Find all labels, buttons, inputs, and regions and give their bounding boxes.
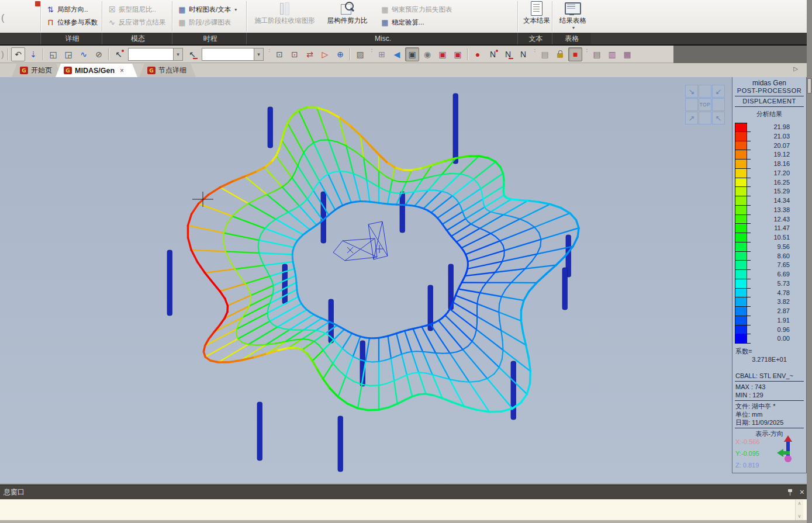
- view-right-icon[interactable]: [712, 98, 725, 111]
- select-polyline-icon[interactable]: ∿: [77, 47, 91, 61]
- capture-window-icon[interactable]: ▥: [605, 47, 619, 61]
- zoom-fit-icon[interactable]: ⊞: [375, 47, 389, 61]
- tab-close-icon[interactable]: ×: [120, 67, 124, 75]
- close-icon[interactable]: ×: [800, 487, 804, 497]
- toolbar-group-grip[interactable]: ⋮: [532, 48, 536, 61]
- column-member[interactable]: [282, 264, 288, 304]
- message-scrollbar[interactable]: ∧ ∨: [795, 500, 803, 520]
- ribbon-group-label-2[interactable]: 时程: [173, 33, 247, 44]
- ribbon-bigbutton-层构件剪力比[interactable]: 层构件剪力比: [312, 0, 382, 32]
- toolbar-separator: [467, 49, 468, 60]
- ribbon-group-label-3[interactable]: Misc.: [247, 33, 519, 44]
- tab-节点详细[interactable]: G节点详细: [139, 64, 196, 77]
- shrink-toggle-icon[interactable]: ▣: [405, 47, 419, 61]
- view-corner-tl-icon[interactable]: ↘: [685, 85, 698, 98]
- node-number-icon[interactable]: N: [486, 47, 500, 61]
- view-top-icon[interactable]: [699, 85, 711, 98]
- column-member[interactable]: [453, 93, 458, 164]
- column-member[interactable]: [268, 107, 273, 148]
- scroll-down-icon[interactable]: ∨: [798, 514, 801, 519]
- anchor-icon[interactable]: ⊕: [333, 47, 347, 61]
- displacement-model-3d[interactable]: [0, 77, 807, 484]
- text-capture-icon[interactable]: ▦: [620, 47, 634, 61]
- message-window-title: 息窗口: [4, 487, 25, 497]
- scroll-up-icon[interactable]: ∧: [798, 501, 801, 506]
- edge-scroll-thumb[interactable]: [807, 78, 811, 93]
- spectrum-node-icon: ∿: [108, 18, 116, 27]
- element-box-icon[interactable]: ⊡: [288, 47, 302, 61]
- view-cone-icon[interactable]: ◀: [390, 47, 404, 61]
- column-member[interactable]: [511, 361, 516, 420]
- legend-value: 3.82: [778, 298, 790, 305]
- legend-color-cell: [735, 196, 747, 206]
- ribbon-item-时程图表/文本[interactable]: ▦时程图表/文本▾: [176, 4, 239, 15]
- ribbon-bigbutton-label: 施工阶段柱收缩图形: [254, 16, 315, 25]
- column-member[interactable]: [400, 192, 405, 233]
- select-window-out-icon[interactable]: ◲: [61, 47, 75, 61]
- ribbon-group-label-5[interactable]: 表格: [553, 33, 591, 44]
- ribbon-group-label-1[interactable]: 模态: [103, 33, 173, 44]
- view-corner-br-icon[interactable]: ↖: [712, 112, 725, 124]
- undo-icon[interactable]: ↶: [11, 47, 25, 61]
- toolbar-group-grip[interactable]: ⋮: [267, 48, 271, 61]
- tab-scroll-right-icon[interactable]: ▷: [793, 65, 798, 72]
- node-box-icon[interactable]: ⊡: [272, 47, 286, 61]
- column-member[interactable]: [167, 250, 172, 316]
- ribbon-item-稳定验算...[interactable]: ▦稳定验算...: [379, 17, 426, 28]
- toolbar-group-grip[interactable]: ⋮: [584, 48, 588, 61]
- model-viewport[interactable]: ↘ ↙ TOP ↗ ↖ midas Gen POST-PROCESSOR DIS…: [0, 77, 807, 484]
- column-shrink-icon: [279, 0, 291, 16]
- tab-label: 节点详细: [158, 65, 186, 75]
- ribbon-bigbutton-结果表格[interactable]: 结果表格▾: [538, 0, 608, 32]
- ribbon-group-label-0[interactable]: 详细: [42, 33, 103, 44]
- ribbon-item-钢束预应力损失图表: ▦钢束预应力损失图表: [379, 4, 454, 15]
- view-bottom-icon[interactable]: [699, 112, 711, 124]
- column-member[interactable]: [562, 268, 568, 310]
- lock-icon[interactable]: [553, 47, 567, 61]
- select-circle-off-icon[interactable]: ⊘: [92, 47, 106, 61]
- view-left-icon[interactable]: [685, 98, 698, 111]
- select-window-icon[interactable]: ◱: [46, 47, 60, 61]
- legend-value: 20.07: [773, 142, 790, 149]
- legend-color-cell: [735, 316, 747, 325]
- column-member[interactable]: [257, 402, 262, 460]
- ribbon-item-局部方向..[interactable]: ⇅局部方向..: [44, 4, 89, 15]
- ribbon-item-位移参与系数[interactable]: Π位移参与系数: [44, 17, 99, 28]
- render-option-icon[interactable]: ▣: [451, 47, 465, 61]
- message-window-body[interactable]: ∧ ∨: [0, 500, 808, 520]
- pick-filter-icon[interactable]: ↖: [185, 47, 199, 61]
- column-member[interactable]: [338, 416, 343, 472]
- select-type-combo[interactable]: [128, 48, 183, 61]
- swap-arrows-icon[interactable]: ⇄: [303, 47, 317, 61]
- chevron-down-icon: ▾: [234, 4, 237, 15]
- named-group-combo[interactable]: [202, 48, 264, 61]
- legend-row: 11.47: [732, 224, 806, 233]
- legend-color-cell: [735, 169, 747, 178]
- local-direction-icon: ⇅: [46, 5, 55, 14]
- perspective-sphere-icon[interactable]: ◉: [420, 47, 434, 61]
- midas-gen-logo-icon: G: [147, 67, 156, 74]
- export-graphic-icon[interactable]: ▤: [590, 47, 604, 61]
- displacement-probe-icon[interactable]: ⇣: [26, 47, 40, 61]
- view-corner-tr-icon[interactable]: ↙: [712, 85, 725, 98]
- ribbon: ( ⇅局部方向..Π位移参与系数☒振型阻尼比..∿反应谱节点结果▦时程图表/文本…: [0, 0, 812, 46]
- ribbon-group-bar: 详细模态时程Misc.文本表格: [0, 33, 812, 46]
- draw-element-icon[interactable]: ▨: [353, 47, 367, 61]
- ribbon-group-label-4[interactable]: 文本: [519, 33, 553, 44]
- structure-number-icon[interactable]: N: [516, 47, 530, 61]
- tab-MIDAS/Gen[interactable]: GMIDAS/Gen×: [56, 64, 137, 77]
- pick-select-icon[interactable]: ↖: [112, 47, 126, 61]
- capture-toggle-icon[interactable]: ■: [568, 47, 582, 61]
- render-view-icon[interactable]: ▣: [436, 47, 450, 61]
- tab-开始页[interactable]: G开始页: [12, 64, 61, 77]
- ribbon-item-label: 时程图表/文本: [189, 4, 231, 15]
- node-dot-icon[interactable]: ●: [471, 47, 485, 61]
- toolbar-group-grip[interactable]: ⋮: [369, 48, 373, 61]
- pin-icon[interactable]: [787, 489, 793, 496]
- polygon-nodes-icon[interactable]: ▷: [318, 47, 332, 61]
- copy-image-icon[interactable]: ▤: [538, 47, 552, 61]
- view-corner-bl-icon[interactable]: ↗: [685, 112, 698, 124]
- element-number-icon[interactable]: N: [501, 47, 515, 61]
- view-top-button[interactable]: TOP: [699, 98, 711, 111]
- message-window-titlebar[interactable]: 息窗口 ×: [0, 485, 808, 499]
